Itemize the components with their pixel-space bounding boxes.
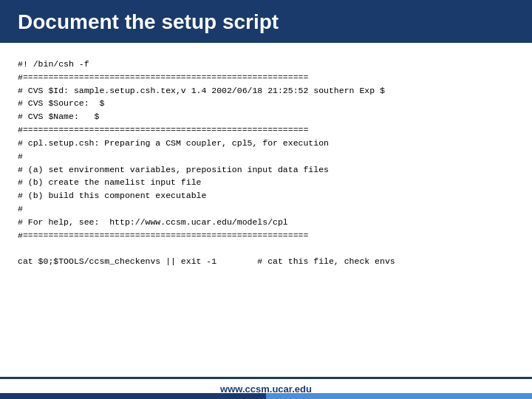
- code-line-3: # CVS $Id: sample.setup.csh.tex,v 1.4 20…: [18, 86, 385, 95]
- footer-bar-left: [0, 393, 266, 399]
- slide: Document the setup script #! /bin/csh -f…: [0, 0, 532, 399]
- code-line-14: #=======================================…: [18, 231, 308, 240]
- title-bar: Document the setup script: [0, 0, 532, 43]
- code-line-8: #: [18, 151, 23, 161]
- code-line-4: # CVS $Source: $: [18, 98, 104, 108]
- footer-bar: [0, 393, 532, 399]
- code-line-9: # (a) set environment variables, preposi…: [18, 165, 329, 174]
- code-cat-line: cat $0;$TOOLS/ccsm_checkenvs || exit -1 …: [18, 256, 395, 266]
- code-line-13: # For help, see: http://www.ccsm.ucar.ed…: [18, 217, 288, 227]
- code-line-10: # (b) create the namelist input file: [18, 177, 201, 187]
- code-line-11: # (b) build this component executable: [18, 191, 206, 200]
- code-line-7: # cpl.setup.csh: Preparing a CSM coupler…: [18, 138, 329, 148]
- code-line-1: #! /bin/csh -f: [18, 59, 89, 69]
- code-blank: [18, 243, 23, 253]
- content-area: #! /bin/csh -f #========================…: [0, 43, 532, 377]
- footer: www.ccsm.ucar.edu: [0, 377, 532, 399]
- code-line-12: #: [18, 204, 23, 214]
- code-line-2: #=======================================…: [18, 72, 308, 82]
- code-line-5: # CVS $Name: $: [18, 112, 99, 121]
- footer-bar-right: [266, 393, 532, 399]
- code-block: #! /bin/csh -f #========================…: [18, 58, 514, 268]
- code-line-6: #=======================================…: [18, 125, 308, 134]
- slide-title: Document the setup script: [18, 10, 514, 34]
